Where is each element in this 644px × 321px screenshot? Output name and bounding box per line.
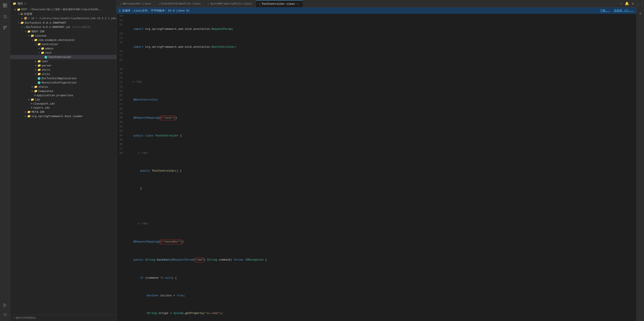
tab-classpathindex[interactable]: ☕ ClassPathIndexFile.class (154, 0, 204, 7)
tree-item-package[interactable]: ∨ 📁 com.example.doctoolkit (10, 38, 116, 42)
tree-item-lib[interactable]: ▶ 📁 lib (10, 97, 116, 102)
settings-icon[interactable]: ⚙ (631, 1, 635, 6)
folder-icon: 📁 (27, 30, 31, 33)
folder-icon: 📁 (31, 34, 34, 37)
code-line: if (command != null) { (127, 276, 636, 280)
code-line: @RequestMapping({"/test"}) (127, 116, 636, 120)
tree-item-shiro[interactable]: ▶ 📁 shiro (10, 68, 116, 72)
file-icon: ≡ (31, 106, 32, 109)
choose-source-btn[interactable]: 选择源 (S)... (614, 9, 634, 12)
tree-item-jdk18[interactable]: ▶ 📦 < 18 > /Library/Java/JavaVirtualMach… (10, 16, 116, 21)
code-line: boolean isLinux = true; (127, 294, 636, 298)
tree-item-admin[interactable]: ▶ 📁 admin (10, 46, 116, 51)
notification-icon[interactable]: 🔔 (624, 1, 630, 6)
tree-item-loader[interactable]: ▶ 📁 org.springframework.boot.loader (10, 114, 116, 118)
code-content: import org.springframework.web.bind.anno… (125, 14, 636, 321)
java-icon: ☕ (120, 2, 122, 5)
code-line: public class TestController { (127, 134, 636, 138)
tree-item-resource-config[interactable]: ⬤ ResourceConfiguration (10, 80, 116, 85)
sidebar-title: 项目 (18, 2, 23, 5)
run-icon[interactable] (1, 302, 9, 309)
svg-point-6 (6, 26, 6, 27)
minimap-icon[interactable]: ⋮⋮ (636, 2, 644, 8)
java-file-icon: ⬤ (38, 81, 41, 84)
code-line: String osType = System.getProperty("os.n… (127, 311, 636, 316)
code-line: import org.springframework.web.bind.anno… (127, 45, 636, 49)
tree-item-utils[interactable]: ▶ 📁 utils (10, 72, 116, 76)
tree-item-layersidx[interactable]: ≡ layers.idx (10, 106, 116, 110)
tab-label: SystemPropertyUtils.class (210, 2, 252, 5)
svg-point-7 (4, 28, 4, 29)
terminal-icon: ⚡ (13, 316, 14, 320)
tree-item-classes[interactable]: ∨ 📁 classes (10, 34, 116, 38)
folder-icon: 📁 (38, 68, 41, 71)
java-file-icon: ⬤ (38, 77, 41, 80)
tab-warlauncher[interactable]: ☕ WarLauncher.class (117, 0, 154, 7)
tree-item-test-folder[interactable]: ∨ 📁 test (10, 51, 116, 55)
tab-label: TestController.class (262, 2, 295, 5)
file-tree: ▶ 📁 ROOT ~/Downloads/铁人三项第一届长城杯半AWD/tomc… (10, 7, 116, 315)
tree-item-root[interactable]: ▶ 📁 ROOT ~/Downloads/铁人三项第一届长城杯半AWD/tomc… (10, 7, 116, 12)
tree-item-app[interactable]: ⬤ DocToolkitApplication (10, 76, 116, 80)
files-icon[interactable] (1, 2, 9, 9)
svg-rect-2 (5, 5, 6, 7)
usage-hint: 0 个用法 (127, 151, 636, 156)
download-btn[interactable]: 下载... (600, 9, 610, 12)
usage-hint: 0 个用法 (127, 80, 636, 84)
file-icon: ≡ (31, 102, 32, 105)
tab-label: ClassPathIndexFile.class (161, 2, 200, 5)
folder-icon: 📁 (27, 114, 31, 118)
project-icon: 📁 (13, 2, 16, 5)
search-icon[interactable] (1, 13, 9, 20)
code-line: @RestController (127, 98, 636, 102)
tree-item-external[interactable]: ∨ 🏛 外部库 (10, 12, 116, 16)
folder-icon: 📁 (34, 85, 38, 88)
folder-icon: 📁 (34, 89, 38, 93)
tab-close-icon[interactable]: ✕ (296, 2, 300, 5)
tree-item-controller-folder[interactable]: ∨ 📁 controller (10, 42, 116, 46)
outline-icon[interactable]: ≡ (638, 11, 642, 16)
activity-bar (0, 0, 10, 321)
tree-item-doctoolkit[interactable]: ∨ 📁 DocToolkit-0.0.1-SNAPSHOT (10, 21, 116, 25)
sidebar-footer[interactable]: ⚡ 临时文件和控制台 (10, 315, 116, 321)
tabs-actions: ⋯ 🔔 ⚙ (618, 1, 636, 6)
tree-item-templates[interactable]: ▶ 📁 templates (10, 89, 116, 93)
right-bar: ⋮⋮ ≡ (636, 0, 644, 321)
java-icon: ☕ (208, 2, 209, 5)
tab-testcontroller[interactable]: ☕ TestController.class ✕ (256, 0, 303, 7)
editor-area: ☕ WarLauncher.class ☕ ClassPathIndexFile… (117, 0, 636, 321)
tree-item-classpathidx[interactable]: ≡ classpath.idx (10, 102, 116, 106)
tree-item-bootinf[interactable]: ∨ 📁 BOOT-INF (10, 29, 116, 34)
tree-item-appprops[interactable]: ⚙ application.properties (10, 93, 116, 97)
config-icon: ⚙ (34, 94, 36, 97)
code-editor[interactable]: 10 11 12 · 13 14 15 · 16 17 18 · 19 20 2… (117, 14, 636, 321)
info-text: 反编译 .class文件, 字节码版本: 52.0 (Java 8) (122, 9, 190, 12)
tab-systempropertyutils[interactable]: ☕ SystemPropertyUtils.class (204, 0, 256, 7)
tree-item-parser[interactable]: ▶ 📁 parser (10, 63, 116, 68)
folder-icon: 📁 (17, 8, 20, 11)
folder-icon: 📁 (41, 47, 44, 50)
tree-item-static[interactable]: ▶ 📁 static (10, 85, 116, 89)
source-control-icon[interactable] (1, 24, 9, 31)
sidebar: 📁 项目 ∨ ▶ 📁 ROOT ~/Downloads/铁人三项第一届长城杯半A… (10, 0, 117, 321)
tree-item-jar[interactable]: ∨ ☕ DocToolkit-0.0.1-SNAPSHOT.jar librar… (10, 25, 116, 29)
folder-icon: 📁 (27, 110, 31, 114)
folder-icon: 📦 (24, 17, 27, 20)
folder-icon: 🏛 (20, 12, 23, 16)
more-tabs-icon[interactable]: ⋯ (620, 1, 623, 6)
folder-icon: 📁 (38, 60, 41, 63)
code-line (127, 63, 636, 67)
info-bar: ℹ 反编译 .class文件, 字节码版本: 52.0 (Java 8) 下载.… (117, 7, 636, 14)
svg-rect-1 (5, 4, 6, 5)
usage-hint: 0 个用法 (127, 222, 636, 226)
sidebar-header[interactable]: 📁 项目 ∨ (10, 0, 116, 7)
code-line: import org.springframework.web.bind.anno… (127, 27, 636, 31)
tree-item-user[interactable]: ▶ 📁 user (10, 59, 116, 63)
settings-icon[interactable] (1, 311, 9, 319)
tree-item-testcontroller[interactable]: ⬤ TestController (10, 55, 116, 59)
tree-item-metainf[interactable]: ▶ 📁 META-INF (10, 110, 116, 114)
svg-rect-0 (3, 4, 5, 6)
svg-point-8 (4, 314, 6, 315)
code-line: public TestController() { (127, 169, 636, 173)
footer-label: 临时文件和控制台 (16, 316, 36, 320)
